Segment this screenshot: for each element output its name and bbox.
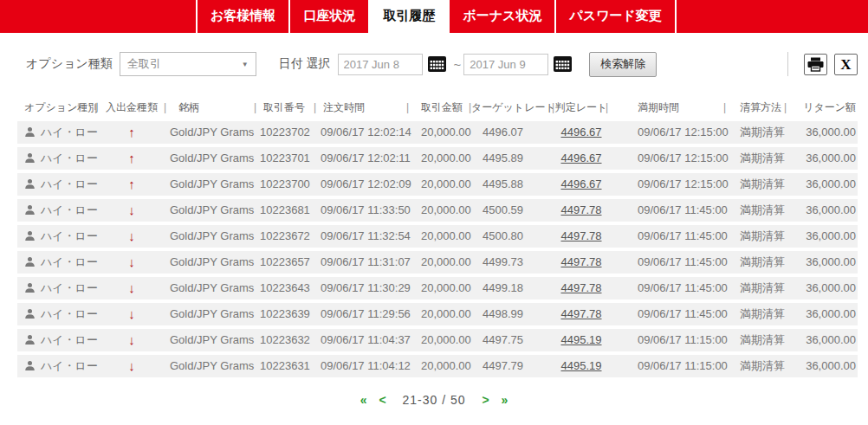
return-amount-value: 36,000.00	[787, 303, 858, 325]
order-time-value: 09/06/17 11:31:07	[316, 251, 409, 274]
table-row: ハイ・ロー ↓ Gold/JPY Grams 10223639 09/06/17…	[17, 303, 858, 325]
trade-amount-value: 20,000.00	[409, 121, 471, 144]
column-header: オプション種別|	[17, 98, 97, 117]
next-page-button[interactable]: >	[482, 393, 489, 407]
expiry-time-value: 09/06/17 11:45:00	[608, 303, 726, 325]
symbol-value: Gold/JPY Grams	[166, 251, 256, 274]
return-amount-value: 36,000.00	[787, 277, 858, 299]
table-row: ハイ・ロー ↓ Gold/JPY Grams 10223657 09/06/17…	[17, 251, 858, 274]
first-page-button[interactable]: «	[360, 393, 367, 407]
expiry-time-value: 09/06/17 12:15:00	[608, 147, 726, 170]
option-type-value: ハイ・ロー	[41, 229, 98, 242]
column-header: 注文時間|	[316, 98, 409, 117]
column-header-label: 清算方法	[740, 101, 781, 113]
target-rate-value: 4498.99	[471, 303, 554, 325]
trade-amount-value: 20,000.00	[409, 173, 471, 196]
trade-amount-value: 20,000.00	[409, 355, 471, 377]
order-time-value: 09/06/17 12:02:09	[316, 173, 409, 196]
date-from-calendar-button[interactable]	[428, 56, 446, 72]
target-rate-value: 4499.18	[471, 277, 554, 299]
settlement-method-value: 満期清算	[726, 303, 787, 325]
column-header-label: 取引金額	[421, 101, 463, 113]
table-row: ハイ・ロー ↓ Gold/JPY Grams 10223643 09/06/17…	[17, 277, 858, 299]
down-arrow-icon: ↓	[128, 280, 135, 295]
option-type-label: オプション種類	[26, 56, 113, 72]
up-arrow-icon: ↑	[128, 177, 135, 191]
trade-number-value: 10223631	[256, 355, 316, 377]
date-from-input[interactable]	[338, 54, 423, 75]
trade-number-value: 10223657	[256, 251, 316, 274]
symbol-value: Gold/JPY Grams	[166, 121, 256, 144]
trade-number-value: 10223701	[256, 147, 316, 170]
nav-tab-label: ボーナス状況	[463, 8, 541, 23]
return-amount-value: 36,000.00	[787, 355, 858, 377]
trade-amount-value: 20,000.00	[409, 225, 471, 248]
judge-rate-link[interactable]: 4496.67	[561, 151, 602, 164]
top-nav: お客様情報口座状況取引履歴ボーナス状況パスワード変更	[0, 0, 868, 33]
print-button[interactable]	[804, 54, 827, 75]
symbol-value: Gold/JPY Grams	[166, 355, 256, 377]
symbol-value: Gold/JPY Grams	[166, 303, 256, 325]
settlement-method-value: 満期清算	[726, 329, 787, 351]
column-header: 満期時間|	[608, 98, 726, 117]
user-icon	[24, 282, 36, 293]
column-header: ターゲットレート|	[471, 98, 554, 117]
return-amount-value: 36,000.00	[787, 329, 858, 351]
judge-rate-link[interactable]: 4496.67	[561, 126, 602, 138]
calendar-icon	[428, 56, 446, 72]
filter-bar: オプション種類 全取引 ▼ 日付 選択 ~ 検索解除 X	[26, 52, 858, 76]
return-amount-value: 36,000.00	[787, 173, 858, 196]
order-time-value: 09/06/17 11:29:56	[316, 303, 409, 325]
order-time-value: 09/06/17 11:32:54	[316, 225, 409, 248]
judge-rate-link[interactable]: 4497.78	[561, 255, 602, 268]
return-amount-value: 36,000.00	[787, 225, 858, 248]
user-icon	[24, 152, 36, 164]
page-range-label: 21-30 / 50	[402, 393, 465, 407]
tab-trade-history[interactable]: 取引履歴	[368, 0, 448, 33]
judge-rate-link[interactable]: 4497.78	[561, 203, 602, 216]
user-icon	[24, 230, 36, 241]
column-header: 判定レート|	[554, 98, 608, 117]
user-icon	[24, 308, 36, 319]
down-arrow-icon: ↓	[128, 332, 135, 347]
target-rate-value: 4500.59	[471, 199, 554, 222]
option-type-select[interactable]: 全取引 ▼	[120, 52, 256, 76]
settlement-method-value: 満期清算	[726, 225, 787, 248]
judge-rate-link[interactable]: 4497.78	[561, 229, 602, 242]
option-type-value: ハイ・ロー	[41, 177, 98, 190]
return-amount-value: 36,000.00	[787, 251, 858, 274]
tab-customer-info[interactable]: お客様情報	[196, 0, 288, 33]
last-page-button[interactable]: »	[502, 393, 508, 407]
judge-rate-link[interactable]: 4495.19	[561, 333, 602, 346]
symbol-value: Gold/JPY Grams	[166, 173, 256, 196]
judge-rate-link[interactable]: 4496.67	[561, 177, 602, 190]
option-type-value: ハイ・ロー	[41, 151, 98, 164]
symbol-value: Gold/JPY Grams	[166, 277, 256, 299]
column-header-label: 取引番号	[263, 101, 305, 113]
column-header-label: 銘柄	[178, 101, 199, 113]
column-header: 入出金種類|	[97, 98, 166, 117]
tab-account-status[interactable]: 口座状況	[288, 0, 368, 33]
target-rate-value: 4499.73	[471, 251, 554, 274]
up-arrow-icon: ↑	[128, 125, 135, 139]
date-to-input[interactable]	[463, 54, 548, 75]
column-header-label: 入出金種類	[106, 101, 158, 113]
date-to-calendar-button[interactable]	[554, 56, 572, 72]
judge-rate-link[interactable]: 4497.78	[561, 281, 602, 294]
column-header-label: ターゲットレート	[471, 101, 556, 113]
up-arrow-icon: ↑	[128, 151, 135, 165]
settlement-method-value: 満期清算	[726, 121, 787, 144]
tab-password-change[interactable]: パスワード変更	[554, 0, 676, 33]
column-header-label: 満期時間	[638, 101, 679, 113]
tools-divider	[787, 52, 788, 76]
prev-page-button[interactable]: <	[379, 393, 385, 407]
export-excel-button[interactable]: X	[834, 54, 858, 75]
down-arrow-icon: ↓	[128, 358, 135, 373]
clear-search-button[interactable]: 検索解除	[589, 52, 657, 77]
judge-rate-link[interactable]: 4495.19	[561, 359, 602, 372]
judge-rate-link[interactable]: 4497.78	[561, 307, 602, 320]
tab-bonus-status[interactable]: ボーナス状況	[448, 0, 554, 33]
column-header: 取引番号|	[256, 98, 316, 117]
option-type-value: ハイ・ロー	[41, 255, 98, 268]
expiry-time-value: 09/06/17 12:15:00	[608, 173, 726, 196]
